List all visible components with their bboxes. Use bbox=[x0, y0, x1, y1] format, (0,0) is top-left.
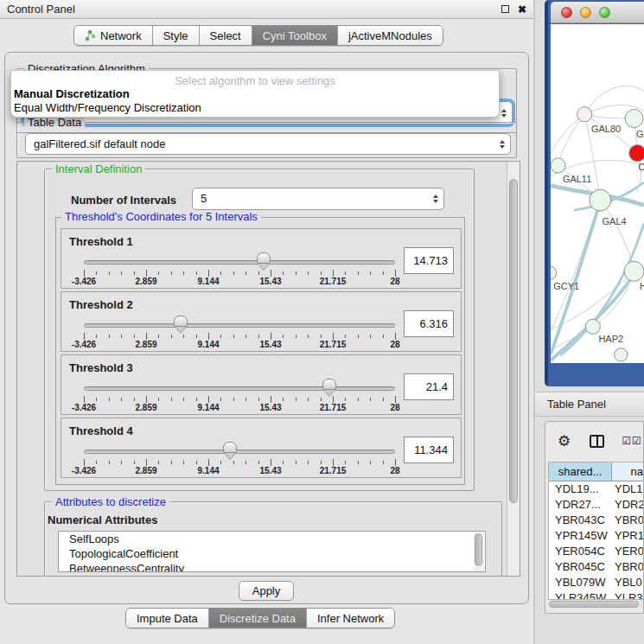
gear-icon[interactable]: ⚙ bbox=[558, 432, 571, 450]
table-row[interactable]: YDL19...YDL1 bbox=[549, 481, 644, 497]
threshold-slider[interactable]: -3.4262.8599.14415.4321.71528 bbox=[84, 229, 395, 290]
network-node[interactable] bbox=[577, 107, 592, 122]
threshold-value-field[interactable]: 6.316 bbox=[404, 310, 454, 337]
table-cell[interactable]: YBL079W bbox=[549, 575, 612, 590]
table-cell[interactable]: YPR145W bbox=[549, 528, 612, 544]
table-cell[interactable]: YBR0 bbox=[612, 513, 644, 528]
table-row[interactable]: YBR043CYBR0 bbox=[549, 513, 644, 528]
close-icon[interactable]: ✖ bbox=[518, 4, 526, 15]
threshold-slider[interactable]: -3.4262.8599.14415.4321.71528 bbox=[84, 292, 395, 353]
table-cell[interactable]: YLR3 bbox=[612, 590, 644, 600]
float-window-icon[interactable] bbox=[501, 5, 509, 13]
attribute-list-item[interactable]: TopologicalCoefficient bbox=[59, 546, 485, 561]
table-row[interactable]: YER054CYER0 bbox=[549, 544, 644, 559]
threshold-slider[interactable]: -3.4262.8599.14415.4321.71528 bbox=[84, 418, 395, 479]
split-panel-icon[interactable] bbox=[590, 435, 604, 448]
network-node[interactable] bbox=[625, 110, 643, 128]
panel-title: Control Panel bbox=[7, 3, 75, 16]
slider-track[interactable] bbox=[84, 260, 395, 265]
network-node[interactable] bbox=[551, 158, 565, 173]
table-h-scrollbar[interactable] bbox=[548, 600, 643, 609]
table-cell[interactable]: YDL1 bbox=[612, 481, 644, 497]
threshold-slider[interactable]: -3.4262.8599.14415.4321.71528 bbox=[84, 355, 395, 416]
attribute-list-item[interactable]: BetweennessCentrality bbox=[59, 561, 485, 572]
apply-button[interactable]: Apply bbox=[239, 581, 294, 601]
tab-impute-data[interactable]: Impute Data bbox=[126, 609, 209, 628]
zoom-traffic-light-icon[interactable] bbox=[599, 7, 610, 18]
table-row[interactable]: YPR145WYPR1 bbox=[549, 528, 644, 544]
table-cell[interactable]: YBR045C bbox=[549, 559, 612, 575]
scrollbar-thumb[interactable] bbox=[549, 601, 639, 608]
threshold-value-field[interactable]: 14.713 bbox=[404, 247, 454, 274]
table-cell[interactable]: YBR043C bbox=[549, 513, 612, 528]
slider-scale-label: -3.426 bbox=[72, 277, 96, 286]
threshold-value-field[interactable]: 11.344 bbox=[404, 437, 454, 463]
table-cell[interactable]: YBL0 bbox=[612, 575, 644, 590]
tab-discretize-data[interactable]: Discretize Data bbox=[209, 609, 307, 628]
network-node[interactable] bbox=[615, 348, 628, 361]
slider-scale-label: 9.144 bbox=[197, 340, 219, 349]
slider-track[interactable] bbox=[84, 386, 395, 391]
slider-thumb[interactable] bbox=[322, 379, 336, 390]
network-node[interactable] bbox=[629, 145, 644, 162]
table-cell[interactable]: YDL19... bbox=[549, 481, 612, 497]
table-row[interactable]: YBL079WYBL0 bbox=[549, 575, 644, 590]
network-view-window: GAL80GACGAL11GAL4HGCY1HAP2 bbox=[545, 0, 644, 386]
table-panel-header: Table Panel bbox=[535, 392, 644, 417]
panel-scrollbar[interactable] bbox=[507, 162, 520, 576]
slider-track[interactable] bbox=[84, 323, 395, 328]
attribute-list-item[interactable]: SelfLoops bbox=[59, 532, 485, 546]
column-header-shared-name[interactable]: shared... bbox=[549, 462, 612, 481]
dropdown-item-manual-discretization[interactable]: Manual Discretization bbox=[14, 87, 130, 100]
network-node[interactable] bbox=[590, 189, 611, 211]
attributes-list[interactable]: SelfLoopsTopologicalCoefficientBetweenne… bbox=[58, 531, 486, 572]
dropdown-item-equal-width-frequency[interactable]: Equal Width/Frequency Discretization bbox=[14, 101, 201, 114]
panel-splitter[interactable] bbox=[533, 0, 535, 644]
tab-infer-network[interactable]: Infer Network bbox=[307, 609, 394, 628]
slider-thumb[interactable] bbox=[223, 442, 237, 453]
tab-label: Network bbox=[100, 29, 142, 42]
threshold-value-field[interactable]: 21.4 bbox=[404, 373, 454, 400]
table-row[interactable]: YBR045CYBR0 bbox=[549, 559, 644, 575]
network-node[interactable] bbox=[624, 261, 644, 281]
table-cell[interactable]: YPR1 bbox=[612, 528, 644, 544]
tab-style[interactable]: Style bbox=[153, 26, 200, 45]
table-rows: YDL19...YDL1YDR27...YDR2YBR043CYBR0YPR14… bbox=[549, 481, 644, 600]
slider-scale-label: 21.715 bbox=[320, 277, 347, 286]
table-panel-title: Table Panel bbox=[547, 398, 606, 411]
table-row[interactable]: YLR345WYLR3 bbox=[549, 590, 644, 600]
slider-scale-label: -3.426 bbox=[72, 466, 96, 475]
node-label: GA bbox=[636, 129, 644, 139]
slider-thumb[interactable] bbox=[257, 252, 271, 264]
tab-network[interactable]: Network bbox=[74, 26, 153, 45]
network-node[interactable] bbox=[585, 319, 600, 334]
table-row[interactable]: YDR27...YDR2 bbox=[549, 497, 644, 513]
column-header-name[interactable]: na bbox=[612, 462, 644, 481]
list-scrollbar[interactable] bbox=[474, 532, 484, 572]
tab-cyni-toolbox[interactable]: Cyni Toolbox bbox=[252, 26, 338, 45]
table-cell[interactable]: YDR27... bbox=[549, 497, 612, 513]
table-cell[interactable]: YDR2 bbox=[612, 497, 644, 513]
table-cell[interactable]: YBR0 bbox=[612, 559, 644, 575]
network-canvas[interactable]: GAL80GACGAL11GAL4HGCY1HAP2 bbox=[551, 24, 644, 363]
algorithm-dropdown-popup: Select algorithm to view settings Manual… bbox=[10, 70, 500, 118]
minimize-traffic-light-icon[interactable] bbox=[580, 7, 591, 18]
slider-scale-label: 21.715 bbox=[320, 403, 347, 412]
control-panel-titlebar: Control Panel ✖ bbox=[0, 0, 533, 19]
scrollbar-thumb[interactable] bbox=[509, 179, 518, 503]
slider-scale-label: 28 bbox=[390, 466, 399, 475]
numerical-attributes-label: Numerical Attributes bbox=[48, 513, 157, 526]
table-cell[interactable]: YLR345W bbox=[549, 590, 612, 600]
top-tabbar: Network Style Select Cyni Toolbox jActiv… bbox=[0, 19, 533, 50]
slider-thumb[interactable] bbox=[174, 316, 188, 327]
table-cell[interactable]: YER054C bbox=[549, 544, 612, 559]
number-of-intervals-combo[interactable]: 5 bbox=[192, 188, 444, 210]
close-traffic-light-icon[interactable] bbox=[561, 7, 572, 18]
checkbox-icons[interactable]: ☑☑ bbox=[622, 435, 642, 447]
slider-track[interactable] bbox=[84, 450, 395, 454]
table-data-combo[interactable]: galFiltered.sif default node bbox=[25, 133, 511, 155]
network-node[interactable] bbox=[551, 266, 557, 279]
table-cell[interactable]: YER0 bbox=[612, 544, 644, 559]
tab-jactivemnodules[interactable]: jActiveMNodules bbox=[338, 26, 443, 45]
tab-select[interactable]: Select bbox=[200, 26, 252, 45]
